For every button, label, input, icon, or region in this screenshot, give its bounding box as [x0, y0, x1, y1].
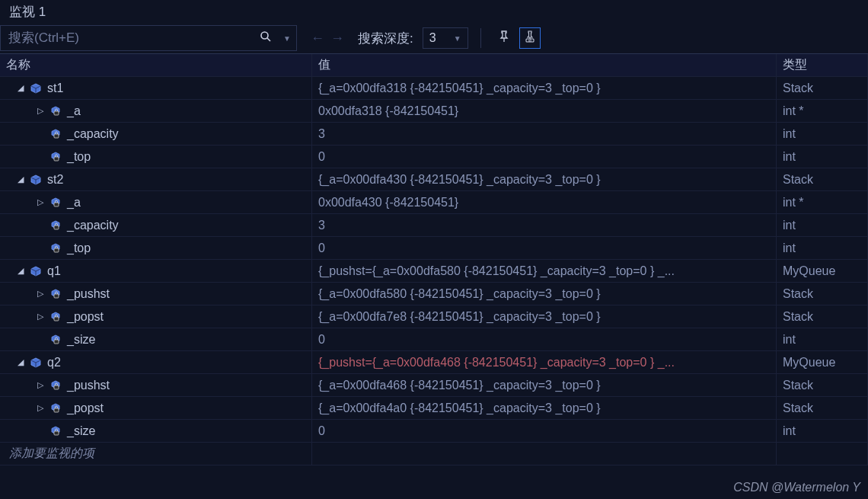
- cell-name[interactable]: ▷_a: [0, 100, 312, 122]
- cell-value[interactable]: 3: [312, 214, 777, 236]
- expander-open-icon[interactable]: ◢: [15, 83, 26, 94]
- variable-type: int: [783, 333, 796, 347]
- field-icon: [49, 150, 62, 164]
- cell-value[interactable]: {_a=0x00dfa7e8 {-842150451} _capacity=3 …: [312, 305, 777, 328]
- cell-name[interactable]: _capacity: [0, 123, 312, 145]
- cell-name[interactable]: ▷_popst: [0, 397, 312, 419]
- table-row[interactable]: ▷_a0x00dfa318 {-842150451}int *: [0, 100, 868, 123]
- cell-value[interactable]: 0: [312, 328, 777, 350]
- arrow-left-icon: ←: [311, 30, 324, 46]
- add-watch-placeholder[interactable]: 添加要监视的项: [0, 443, 312, 465]
- field-icon: [49, 424, 62, 438]
- cell-value[interactable]: {_pushst={_a=0x00dfa468 {-842150451} _ca…: [312, 351, 777, 373]
- col-header-value[interactable]: 值: [312, 54, 777, 76]
- field-icon: [49, 379, 62, 392]
- object-icon: [29, 173, 43, 187]
- variable-name: _a: [67, 196, 81, 210]
- nav-arrows: ← →: [309, 30, 346, 46]
- cell-value[interactable]: 3: [312, 123, 777, 145]
- cell-value[interactable]: {_a=0x00dfa318 {-842150451} _capacity=3 …: [312, 77, 777, 99]
- cell-name[interactable]: ▷_popst: [0, 305, 312, 328]
- pin-button[interactable]: [493, 27, 515, 49]
- expander-open-icon[interactable]: ◢: [15, 174, 26, 185]
- cell-name[interactable]: _size: [0, 420, 312, 442]
- variable-value: 0: [318, 150, 325, 164]
- variable-type: Stack: [783, 173, 813, 187]
- cell-name[interactable]: ◢q2: [0, 351, 312, 373]
- cell-value[interactable]: {_a=0x00dfa468 {-842150451} _capacity=3 …: [312, 374, 777, 396]
- expander-closed-icon[interactable]: ▷: [35, 106, 46, 117]
- svg-rect-12: [54, 294, 59, 298]
- cell-value[interactable]: 0x00dfa430 {-842150451}: [312, 191, 777, 213]
- variable-type: MyQueue: [783, 264, 835, 278]
- expander-closed-icon[interactable]: ▷: [35, 312, 46, 322]
- table-row[interactable]: ◢st1{_a=0x00dfa318 {-842150451} _capacit…: [0, 77, 868, 100]
- cell-value[interactable]: {_pushst={_a=0x00dfa580 {-842150451} _ca…: [312, 260, 777, 282]
- table-row[interactable]: ▷_pushst{_a=0x00dfa580 {-842150451} _cap…: [0, 283, 868, 305]
- expander-closed-icon[interactable]: ▷: [35, 197, 46, 208]
- expander-closed-icon[interactable]: ▷: [35, 380, 46, 391]
- search-icon: [260, 30, 272, 46]
- svg-rect-17: [54, 431, 59, 435]
- table-row[interactable]: _top0int: [0, 237, 868, 260]
- variable-value: {_a=0x00dfa468 {-842150451} _capacity=3 …: [318, 379, 601, 392]
- cell-name[interactable]: ◢st1: [0, 77, 312, 99]
- table-row[interactable]: ▷_popst{_a=0x00dfa7e8 {-842150451} _capa…: [0, 305, 868, 328]
- variable-type: int: [783, 424, 796, 438]
- cell-name[interactable]: ◢q1: [0, 260, 312, 282]
- expander-closed-icon[interactable]: ▷: [35, 289, 46, 299]
- cell-name[interactable]: _capacity: [0, 214, 312, 236]
- expander-open-icon[interactable]: ◢: [15, 266, 26, 277]
- toolbar: ▼ ← → 搜索深度: 3 ▼ ab: [0, 23, 868, 53]
- variable-value: {_pushst={_a=0x00dfa580 {-842150451} _ca…: [318, 264, 675, 278]
- cell-name[interactable]: _size: [0, 328, 312, 350]
- cell-name[interactable]: ▷_pushst: [0, 283, 312, 305]
- cell-value[interactable]: 0: [312, 237, 777, 259]
- table-row[interactable]: ▷_pushst{_a=0x00dfa468 {-842150451} _cap…: [0, 374, 868, 397]
- cell-value[interactable]: {_a=0x00dfa580 {-842150451} _capacity=3 …: [312, 283, 777, 305]
- search-dropdown-button[interactable]: ▼: [281, 34, 293, 43]
- pin-icon: [498, 30, 510, 46]
- table-row[interactable]: _capacity3int: [0, 214, 868, 237]
- variable-value: {_a=0x00dfa318 {-842150451} _capacity=3 …: [318, 82, 601, 95]
- variable-type: Stack: [783, 82, 813, 95]
- svg-rect-10: [54, 226, 59, 229]
- object-icon: [29, 82, 43, 95]
- table-row[interactable]: ▷_popst{_a=0x00dfa4a0 {-842150451} _capa…: [0, 397, 868, 420]
- cell-value[interactable]: 0x00dfa318 {-842150451}: [312, 100, 777, 122]
- search-box[interactable]: ▼: [0, 25, 297, 51]
- cell-value[interactable]: 0: [312, 420, 777, 442]
- cell-type: MyQueue: [777, 351, 868, 373]
- table-row[interactable]: _size0int: [0, 420, 868, 443]
- variable-name: _top: [67, 150, 91, 164]
- cell-name[interactable]: ▷_pushst: [0, 374, 312, 396]
- table-row[interactable]: ◢q2{_pushst={_a=0x00dfa468 {-842150451} …: [0, 351, 868, 374]
- cell-name[interactable]: _top: [0, 146, 312, 168]
- cell-name[interactable]: ◢st2: [0, 168, 312, 190]
- table-row[interactable]: _size0int: [0, 328, 868, 351]
- cell-type: int: [777, 214, 868, 236]
- table-row[interactable]: ◢q1{_pushst={_a=0x00dfa580 {-842150451} …: [0, 260, 868, 283]
- table-row[interactable]: _top0int: [0, 146, 868, 168]
- cell-name[interactable]: _top: [0, 237, 312, 259]
- cell-value[interactable]: {_a=0x00dfa4a0 {-842150451} _capacity=3 …: [312, 397, 777, 419]
- search-button[interactable]: [251, 26, 281, 50]
- expander-open-icon[interactable]: ◢: [15, 357, 26, 368]
- variable-type: Stack: [783, 401, 813, 415]
- expander-closed-icon[interactable]: ▷: [35, 403, 46, 414]
- highlight-matches-button[interactable]: ab: [519, 27, 541, 49]
- add-watch-row[interactable]: 添加要监视的项: [0, 443, 868, 465]
- svg-rect-13: [54, 317, 59, 321]
- col-header-type[interactable]: 类型: [777, 54, 868, 76]
- table-row[interactable]: _capacity3int: [0, 123, 868, 146]
- cell-name[interactable]: ▷_a: [0, 191, 312, 213]
- table-row[interactable]: ◢st2{_a=0x00dfa430 {-842150451} _capacit…: [0, 168, 868, 191]
- cell-value[interactable]: {_a=0x00dfa430 {-842150451} _capacity=3 …: [312, 168, 777, 190]
- search-input[interactable]: [1, 30, 251, 46]
- arrow-right-icon: →: [330, 30, 344, 46]
- cell-value[interactable]: 0: [312, 146, 777, 168]
- field-icon: [49, 219, 62, 232]
- table-row[interactable]: ▷_a0x00dfa430 {-842150451}int *: [0, 191, 868, 214]
- col-header-name[interactable]: 名称: [0, 54, 312, 76]
- search-depth-select[interactable]: 3 ▼: [423, 27, 468, 49]
